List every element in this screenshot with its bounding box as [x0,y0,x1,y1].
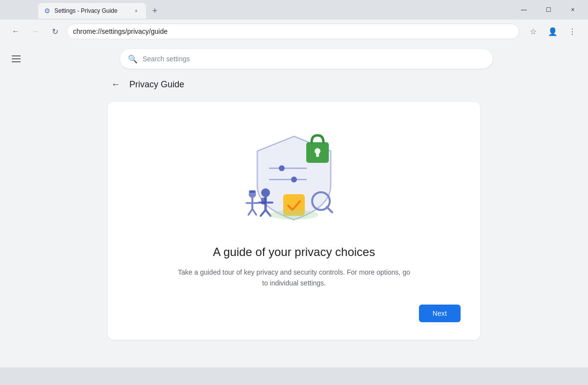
svg-rect-20 [261,198,266,205]
svg-rect-21 [249,190,256,193]
search-placeholder: Search settings [143,55,190,63]
svg-point-3 [291,177,297,182]
card-heading: A guide of your privacy choices [213,245,375,259]
back-nav-button[interactable]: ← [8,24,24,39]
active-tab[interactable]: ⚙ Settings - Privacy Guide × [38,3,146,19]
forward-nav-button[interactable]: → [27,24,43,39]
window-controls: — ☐ × [513,2,584,18]
nav-icons-group: ☆ 👤 ⋮ [525,24,580,39]
navigation-bar: ← → ↻ chrome://settings/privacy/guide ☆ … [0,20,588,43]
page-content: 🔍 Search settings ← Privacy Guide [0,43,588,367]
privacy-guide-card: A guide of your privacy choices Take a g… [108,102,480,340]
card-footer: Next [127,305,461,322]
new-tab-button[interactable]: + [148,4,162,18]
next-button[interactable]: Next [419,305,461,322]
maximize-button[interactable]: ☐ [537,2,560,18]
svg-line-9 [327,207,332,212]
privacy-illustration [225,122,363,230]
breadcrumb: ← Privacy Guide [108,73,480,96]
search-settings-bar[interactable]: 🔍 Search settings [120,49,492,69]
card-description: Take a guided tour of key privacy and se… [176,267,412,289]
svg-point-1 [279,165,285,171]
content-area: ← Privacy Guide [108,73,480,340]
address-text: chrome://settings/privacy/guide [73,27,168,35]
tab-close-button[interactable]: × [132,7,140,15]
account-button[interactable]: 👤 [545,24,561,39]
tab-favicon: ⚙ [44,7,50,15]
back-to-settings-button[interactable]: ← [108,77,123,92]
svg-rect-6 [316,152,319,157]
search-icon: 🔍 [128,54,138,64]
page-title: Privacy Guide [129,79,184,90]
svg-line-18 [248,209,252,215]
minimize-button[interactable]: — [513,2,535,18]
bookmark-button[interactable]: ☆ [525,24,541,39]
svg-line-19 [252,209,256,215]
reload-button[interactable]: ↻ [47,24,63,39]
svg-point-22 [270,210,318,220]
close-button[interactable]: × [562,2,584,18]
hamburger-menu-button[interactable] [8,51,24,66]
svg-line-13 [261,210,266,216]
more-menu-button[interactable]: ⋮ [564,24,580,39]
svg-point-10 [261,188,270,197]
title-bar: ⚙ Settings - Privacy Guide × + — ☐ × [0,0,588,20]
tab-bar: ⚙ Settings - Privacy Guide × + [4,1,162,19]
tab-title: Settings - Privacy Guide [54,7,128,14]
address-bar[interactable]: chrome://settings/privacy/guide [67,24,519,39]
